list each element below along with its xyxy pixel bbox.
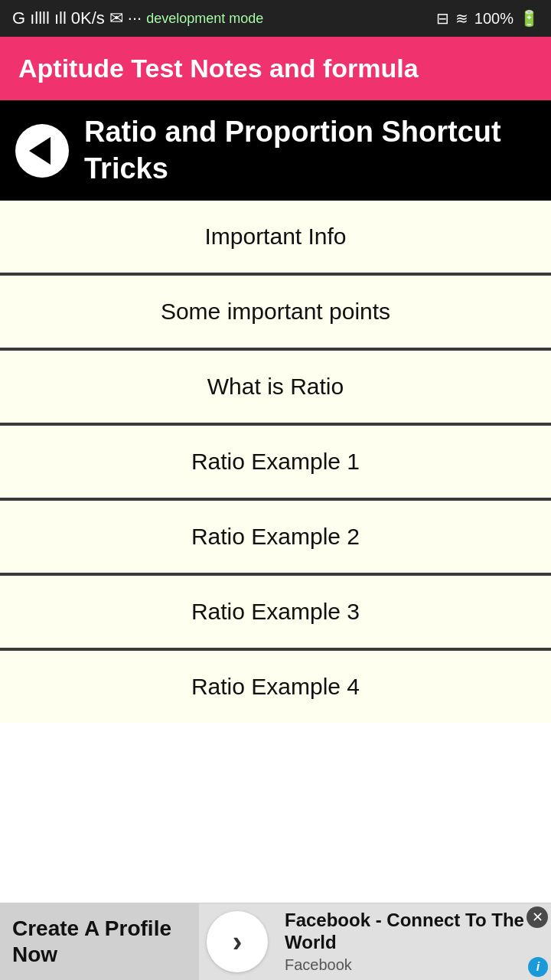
wifi-icon: ≋: [455, 9, 468, 28]
network-icon: ıll: [54, 8, 67, 28]
ad-content: ✕ Facebook - Connect To The World Facebo…: [276, 903, 551, 980]
back-arrow-icon: [29, 137, 51, 165]
menu-item-ratio-example-2[interactable]: Ratio Example 2: [0, 501, 551, 576]
menu-item-what-is-ratio[interactable]: What is Ratio: [0, 351, 551, 426]
ad-banner: Create A Profile Now › ✕ Facebook - Conn…: [0, 903, 551, 980]
vibrate-icon: ⊟: [436, 9, 449, 28]
status-right: ⊟ ≋ 100% 🔋: [436, 9, 539, 28]
menu-item-ratio-example-3[interactable]: Ratio Example 3: [0, 576, 551, 651]
ad-arrow-icon: ›: [233, 926, 243, 959]
more-icon: ···: [128, 8, 142, 28]
ad-create-profile[interactable]: Create A Profile Now: [0, 903, 199, 981]
battery-percent: 100%: [474, 10, 514, 28]
menu-item-ratio-example-4[interactable]: Ratio Example 4: [0, 651, 551, 723]
back-button[interactable]: [15, 124, 69, 178]
data-speed: 0K/s: [71, 8, 105, 28]
ad-source: Facebook: [285, 956, 542, 974]
menu-item-important-points[interactable]: Some important points: [0, 276, 551, 351]
ad-title: Facebook - Connect To The World: [285, 910, 542, 954]
mail-icon: ✉: [109, 8, 123, 28]
menu-list: Important Info Some important points Wha…: [0, 201, 551, 723]
topic-header: Ratio and Proportion Shortcut Tricks: [0, 100, 551, 201]
status-left: G ıllll ıll 0K/s ✉ ··· development mode: [12, 8, 263, 28]
ad-info-button[interactable]: i: [528, 957, 548, 977]
app-header: Aptitude Test Notes and formula: [0, 37, 551, 100]
battery-icon: 🔋: [520, 9, 539, 28]
ad-arrow-button[interactable]: ›: [207, 911, 268, 972]
ad-close-button[interactable]: ✕: [527, 906, 548, 928]
content-spacer: [0, 723, 551, 815]
menu-item-important-info[interactable]: Important Info: [0, 201, 551, 276]
ad-create-text: Create A Profile Now: [12, 916, 187, 967]
status-bar: G ıllll ıll 0K/s ✉ ··· development mode …: [0, 0, 551, 37]
signal-icon: G ıllll: [12, 8, 50, 28]
app-title: Aptitude Test Notes and formula: [18, 54, 419, 83]
topic-title: Ratio and Proportion Shortcut Tricks: [84, 114, 536, 187]
dev-mode: development mode: [146, 11, 263, 27]
menu-item-ratio-example-1[interactable]: Ratio Example 1: [0, 426, 551, 501]
